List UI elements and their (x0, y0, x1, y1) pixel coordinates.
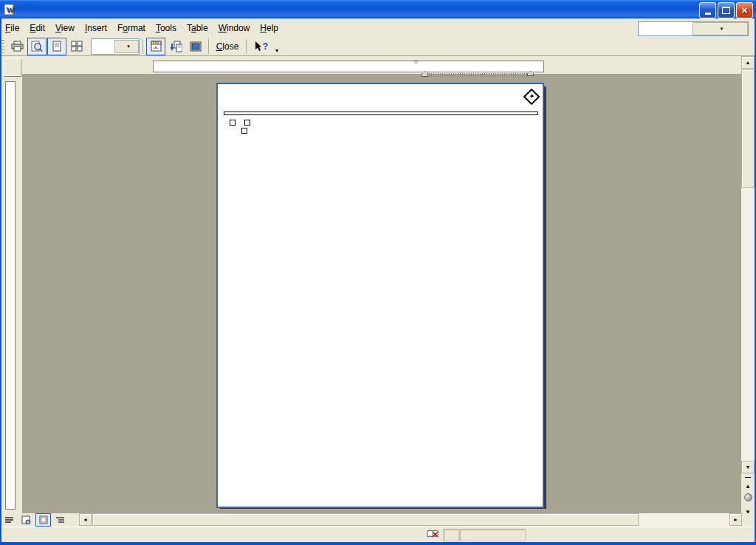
window-border (0, 18, 1, 545)
view-ruler-icon (151, 41, 162, 52)
pay-group-banner (224, 112, 538, 115)
full-screen-button[interactable] (186, 38, 205, 55)
menu-item-file[interactable]: File (0, 21, 24, 35)
one-page-button[interactable] (47, 38, 66, 55)
form-header-left (222, 89, 411, 109)
view-ruler-button[interactable] (146, 38, 165, 55)
menu-item-format[interactable]: Format (112, 21, 151, 35)
scroll-down-button[interactable]: ▼ (741, 461, 755, 473)
form-header-right: ✦ (411, 89, 540, 109)
printer-icon (11, 41, 24, 52)
scroll-up-button[interactable]: ▲ (741, 56, 755, 69)
type-question-help-box[interactable]: ▼ (638, 21, 749, 36)
close-preview-button[interactable]: Close (212, 38, 243, 55)
vertical-scrollbar-thumb[interactable] (741, 69, 755, 188)
horizontal-ruler[interactable] (153, 61, 544, 72)
previous-page-button[interactable]: ▲ (741, 477, 755, 490)
full-screen-icon (190, 41, 202, 52)
menu-item-edit[interactable]: Edit (24, 21, 50, 35)
normal-view-icon (4, 516, 14, 524)
vertical-ruler[interactable] (5, 81, 16, 510)
context-help-button[interactable]: ? (250, 38, 273, 55)
web-layout-icon (21, 515, 31, 524)
page-shadow (544, 86, 546, 509)
menu-item-table[interactable]: Table (182, 21, 213, 35)
window-border (0, 542, 756, 545)
menu-item-window[interactable]: Window (213, 21, 255, 35)
svg-text:W: W (6, 5, 14, 14)
status-bar (0, 527, 756, 543)
print-button[interactable] (7, 38, 27, 55)
checkbox[interactable] (244, 120, 250, 126)
menu-item-insert[interactable]: Insert (80, 21, 112, 35)
restore-button[interactable] (718, 2, 735, 18)
magnifier-icon (31, 41, 43, 52)
browse-object-icon (744, 493, 752, 501)
multiple-pages-button[interactable] (67, 38, 86, 55)
tab-stop-selector[interactable] (3, 58, 21, 76)
checkbox[interactable] (230, 120, 236, 126)
toolbar-options-chevron[interactable]: ▾ (275, 47, 278, 55)
help-arrow-icon (255, 41, 263, 52)
spelling-status-icon[interactable] (427, 529, 439, 541)
minimize-button[interactable] (699, 2, 716, 18)
menu-item-tools[interactable]: Tools (151, 21, 182, 35)
scroll-left-button[interactable]: ◄ (79, 513, 92, 526)
web-layout-view-button[interactable] (18, 513, 34, 527)
one-page-icon (52, 41, 62, 52)
multiple-pages-icon (71, 41, 83, 52)
print-layout-icon (39, 515, 48, 524)
section-b (222, 120, 540, 126)
shrink-one-page-button[interactable] (166, 38, 185, 55)
chevron-down-icon[interactable]: ▼ (693, 22, 748, 35)
checkbox[interactable] (241, 128, 247, 134)
outline-view-button[interactable] (52, 513, 68, 527)
print-preview-toolbar: ▼ Close ? ▾ (0, 37, 756, 56)
outline-view-icon (55, 516, 65, 524)
normal-view-button[interactable] (1, 513, 17, 527)
select-browse-object-button[interactable] (741, 490, 755, 504)
word-app-icon: W (3, 4, 15, 16)
table-gridline-ticks (425, 73, 535, 77)
report-table (222, 137, 540, 349)
shrink-one-page-icon (170, 41, 182, 52)
menu-item-view[interactable]: View (50, 21, 80, 35)
menu-item-help[interactable]: Help (255, 21, 284, 35)
horizontal-scrollbar-thumb[interactable] (92, 513, 639, 526)
section-b-less-often (241, 128, 540, 134)
magnifier-button[interactable] (27, 38, 47, 55)
zoom-combobox[interactable]: ▼ (91, 38, 140, 55)
chevron-down-icon[interactable]: ▼ (114, 40, 139, 53)
toolbar-grip[interactable] (1, 39, 4, 54)
scroll-right-button[interactable]: ► (729, 513, 742, 526)
close-button[interactable]: ✕ (736, 2, 753, 18)
title-bar: W ✕ (0, 0, 756, 18)
print-layout-view-button[interactable] (35, 513, 51, 527)
document-page[interactable]: ✦ (216, 83, 544, 508)
